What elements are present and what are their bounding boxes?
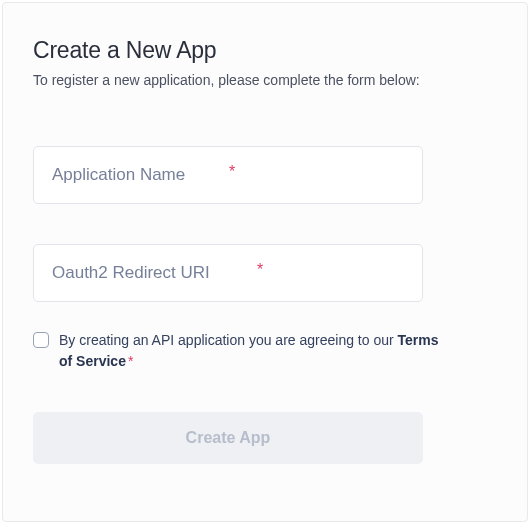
redirect-uri-field-wrap: *: [33, 244, 497, 302]
required-asterisk-icon: *: [128, 353, 133, 369]
page-subtitle: To register a new application, please co…: [33, 72, 497, 88]
consent-row: By creating an API application you are a…: [33, 330, 497, 372]
oauth2-redirect-uri-input[interactable]: [33, 244, 423, 302]
application-name-input[interactable]: [33, 146, 423, 204]
page-title: Create a New App: [33, 37, 497, 64]
app-name-field-wrap: *: [33, 146, 497, 204]
consent-prefix: By creating an API application you are a…: [59, 332, 398, 348]
terms-checkbox[interactable]: [33, 332, 49, 348]
required-asterisk-icon: *: [229, 163, 235, 181]
create-app-button[interactable]: Create App: [33, 412, 423, 464]
create-app-card: Create a New App To register a new appli…: [2, 2, 528, 522]
required-asterisk-icon: *: [257, 261, 263, 279]
consent-text: By creating an API application you are a…: [59, 330, 439, 372]
